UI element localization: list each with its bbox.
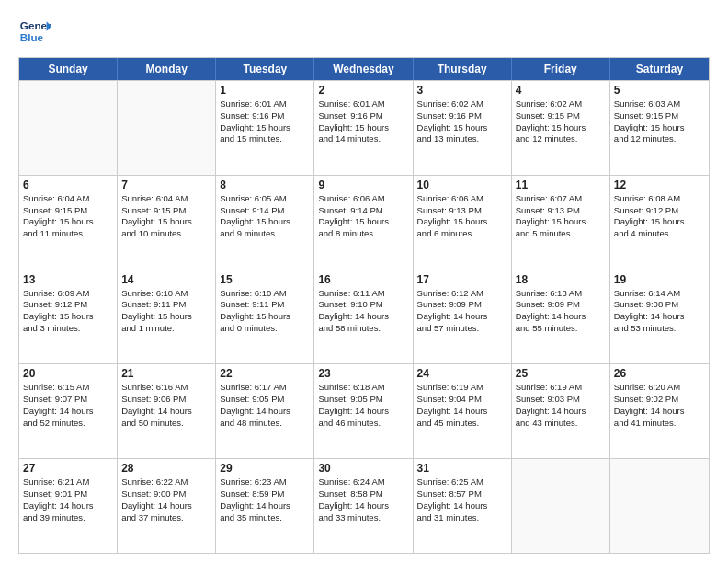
day-number: 8: [220, 178, 310, 191]
cell-info-line: Sunrise: 6:06 AM: [417, 193, 507, 205]
cell-info-line: Daylight: 15 hours: [23, 311, 113, 323]
cell-info-line: Sunrise: 6:10 AM: [121, 288, 211, 300]
cell-info-line: and 41 minutes.: [614, 418, 705, 430]
cell-info-line: and 12 minutes.: [614, 133, 705, 145]
cell-info-line: Daylight: 14 hours: [23, 500, 113, 512]
cell-info-line: Sunset: 9:13 PM: [516, 205, 606, 217]
cell-info-line: Daylight: 14 hours: [121, 500, 211, 512]
cell-info-line: Sunset: 9:14 PM: [318, 205, 408, 217]
cell-info-line: Sunset: 9:11 PM: [121, 299, 211, 311]
cell-info-line: Daylight: 14 hours: [614, 406, 705, 418]
empty-cell: [512, 459, 610, 553]
day-number: 14: [121, 273, 211, 286]
cell-info-line: and 4 minutes.: [614, 228, 705, 240]
day-number: 19: [614, 273, 705, 286]
cell-info-line: Sunrise: 6:07 AM: [516, 193, 606, 205]
cell-info-line: Daylight: 15 hours: [220, 311, 310, 323]
day-number: 7: [121, 178, 211, 191]
cell-info-line: Daylight: 14 hours: [318, 311, 408, 323]
cell-info-line: Daylight: 14 hours: [614, 311, 705, 323]
cell-info-line: Daylight: 15 hours: [614, 216, 705, 228]
cell-info-line: Sunset: 9:14 PM: [220, 205, 310, 217]
cell-info-line: and 10 minutes.: [121, 228, 211, 240]
day-cell-1: 1Sunrise: 6:01 AMSunset: 9:16 PMDaylight…: [216, 81, 314, 175]
cell-info-line: Sunrise: 6:03 AM: [614, 98, 705, 110]
day-cell-8: 8Sunrise: 6:05 AMSunset: 9:14 PMDaylight…: [216, 176, 314, 270]
cell-info-line: Sunset: 9:05 PM: [318, 394, 408, 406]
cell-info-line: Sunrise: 6:17 AM: [220, 382, 310, 394]
cell-info-line: and 0 minutes.: [220, 323, 310, 335]
calendar: SundayMondayTuesdayWednesdayThursdayFrid…: [18, 57, 710, 554]
cell-info-line: Sunrise: 6:19 AM: [417, 382, 507, 394]
day-cell-21: 21Sunrise: 6:16 AMSunset: 9:06 PMDayligh…: [118, 364, 216, 458]
cell-info-line: and 6 minutes.: [417, 228, 507, 240]
cell-info-line: Sunset: 9:16 PM: [318, 110, 408, 122]
cell-info-line: Daylight: 15 hours: [516, 122, 606, 134]
day-number: 23: [318, 367, 408, 380]
day-number: 9: [318, 178, 408, 191]
calendar-row-3: 20Sunrise: 6:15 AMSunset: 9:07 PMDayligh…: [19, 363, 709, 458]
cell-info-line: Sunset: 9:15 PM: [614, 110, 705, 122]
cell-info-line: and 8 minutes.: [318, 228, 408, 240]
cell-info-line: Daylight: 15 hours: [417, 122, 507, 134]
cell-info-line: Sunset: 9:09 PM: [516, 299, 606, 311]
cell-info-line: Sunrise: 6:12 AM: [417, 288, 507, 300]
cell-info-line: and 5 minutes.: [516, 228, 606, 240]
cell-info-line: Daylight: 14 hours: [318, 500, 408, 512]
day-number: 6: [23, 178, 113, 191]
cell-info-line: Sunset: 9:07 PM: [23, 394, 113, 406]
empty-cell: [118, 81, 216, 175]
cell-info-line: Daylight: 15 hours: [220, 122, 310, 134]
cell-info-line: Sunset: 9:16 PM: [220, 110, 310, 122]
cell-info-line: Sunrise: 6:11 AM: [318, 288, 408, 300]
header-day-thursday: Thursday: [414, 58, 512, 80]
cell-info-line: Sunset: 9:00 PM: [121, 488, 211, 500]
cell-info-line: Sunset: 8:59 PM: [220, 488, 310, 500]
cell-info-line: Sunset: 9:09 PM: [417, 299, 507, 311]
calendar-row-4: 27Sunrise: 6:21 AMSunset: 9:01 PMDayligh…: [19, 458, 709, 553]
generalblue-logo-icon: General Blue: [18, 15, 51, 48]
cell-info-line: and 12 minutes.: [516, 133, 606, 145]
cell-info-line: Sunrise: 6:08 AM: [614, 193, 705, 205]
day-cell-22: 22Sunrise: 6:17 AMSunset: 9:05 PMDayligh…: [216, 364, 314, 458]
day-number: 18: [516, 273, 606, 286]
day-cell-19: 19Sunrise: 6:14 AMSunset: 9:08 PMDayligh…: [610, 270, 709, 364]
cell-info-line: Sunrise: 6:06 AM: [318, 193, 408, 205]
day-cell-20: 20Sunrise: 6:15 AMSunset: 9:07 PMDayligh…: [19, 364, 118, 458]
day-cell-11: 11Sunrise: 6:07 AMSunset: 9:13 PMDayligh…: [512, 176, 610, 270]
cell-info-line: Sunset: 9:13 PM: [417, 205, 507, 217]
cell-info-line: Sunrise: 6:20 AM: [614, 382, 705, 394]
day-number: 24: [417, 367, 507, 380]
cell-info-line: Sunset: 9:12 PM: [614, 205, 705, 217]
cell-info-line: Sunset: 9:02 PM: [614, 394, 705, 406]
cell-info-line: and 45 minutes.: [417, 418, 507, 430]
day-number: 1: [220, 84, 310, 97]
cell-info-line: and 1 minute.: [121, 323, 211, 335]
cell-info-line: Sunrise: 6:24 AM: [318, 477, 408, 488]
day-cell-9: 9Sunrise: 6:06 AMSunset: 9:14 PMDaylight…: [314, 176, 413, 270]
cell-info-line: Daylight: 14 hours: [23, 406, 113, 418]
day-cell-30: 30Sunrise: 6:24 AMSunset: 8:58 PMDayligh…: [314, 459, 413, 553]
cell-info-line: and 39 minutes.: [23, 512, 113, 524]
cell-info-line: Daylight: 15 hours: [121, 216, 211, 228]
cell-info-line: Sunset: 9:06 PM: [121, 394, 211, 406]
day-number: 26: [614, 367, 705, 380]
cell-info-line: Daylight: 15 hours: [23, 216, 113, 228]
day-cell-31: 31Sunrise: 6:25 AMSunset: 8:57 PMDayligh…: [414, 459, 512, 553]
cell-info-line: Sunrise: 6:15 AM: [23, 382, 113, 394]
cell-info-line: and 9 minutes.: [220, 228, 310, 240]
cell-info-line: Sunset: 9:15 PM: [516, 110, 606, 122]
day-cell-15: 15Sunrise: 6:10 AMSunset: 9:11 PMDayligh…: [216, 270, 314, 364]
day-number: 27: [23, 462, 113, 475]
day-cell-28: 28Sunrise: 6:22 AMSunset: 9:00 PMDayligh…: [118, 459, 216, 553]
day-cell-23: 23Sunrise: 6:18 AMSunset: 9:05 PMDayligh…: [314, 364, 413, 458]
empty-cell: [610, 459, 709, 553]
cell-info-line: and 33 minutes.: [318, 512, 408, 524]
cell-info-line: and 50 minutes.: [121, 418, 211, 430]
cell-info-line: and 11 minutes.: [23, 228, 113, 240]
cell-info-line: Daylight: 15 hours: [516, 216, 606, 228]
calendar-header: SundayMondayTuesdayWednesdayThursdayFrid…: [19, 58, 709, 80]
day-number: 22: [220, 367, 310, 380]
cell-info-line: and 35 minutes.: [220, 512, 310, 524]
day-cell-18: 18Sunrise: 6:13 AMSunset: 9:09 PMDayligh…: [512, 270, 610, 364]
